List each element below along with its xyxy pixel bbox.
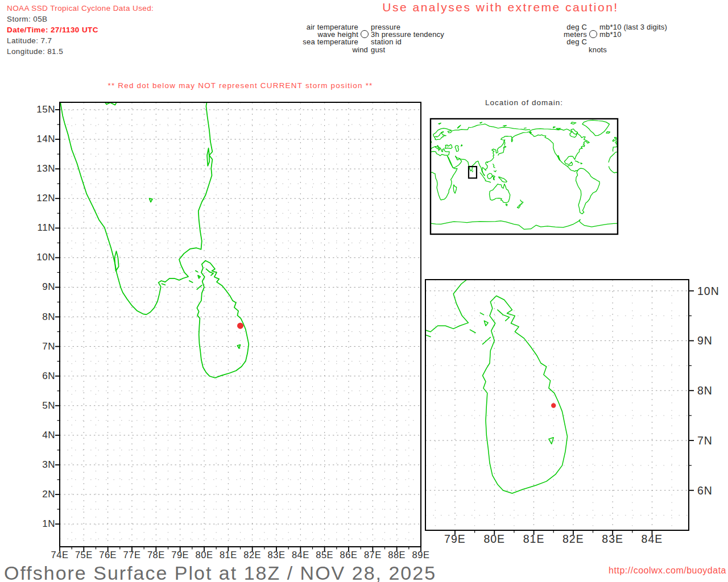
coastline bbox=[456, 131, 531, 175]
zoom-map-y-tick-label: 7N bbox=[697, 434, 713, 447]
domain-location-title: Location of domain: bbox=[431, 98, 618, 107]
storm-id-line: Storm: 05B bbox=[7, 14, 48, 24]
coastline bbox=[60, 100, 213, 314]
zoom-map-x-tick-label: 84E bbox=[636, 533, 668, 546]
coastline bbox=[150, 198, 153, 202]
legend-row: wave height3h pressure tendency bbox=[243, 30, 507, 38]
main-map-x-tick-label: 77E bbox=[118, 550, 146, 560]
coastline bbox=[517, 204, 520, 208]
zoom-map-y-tick-label: 9N bbox=[697, 334, 713, 347]
coastline bbox=[606, 132, 610, 134]
main-map-y-tick-label: 6N bbox=[29, 371, 55, 382]
main-map-x-tick-label: 84E bbox=[287, 550, 314, 560]
legend-row: air temperaturepressure bbox=[243, 23, 507, 30]
storm-position-dot bbox=[237, 323, 243, 329]
coastline bbox=[558, 156, 560, 161]
coastline bbox=[453, 185, 457, 193]
main-map-y-tick-label: 3N bbox=[29, 459, 55, 471]
legend-row: windgust bbox=[243, 45, 507, 53]
coastline bbox=[431, 151, 457, 200]
main-map-x-tick-label: 82E bbox=[239, 550, 266, 560]
units-legend: deg Cmb*10 (last 3 digits)metersmb*10deg… bbox=[499, 23, 728, 53]
coastline bbox=[609, 152, 617, 163]
main-map-y-tick-label: 12N bbox=[29, 193, 55, 204]
main-map-x-tick-label: 86E bbox=[335, 550, 362, 560]
coastline bbox=[613, 140, 615, 142]
main-map-x-tick-label: 89E bbox=[407, 550, 435, 560]
legend-right-label: gust bbox=[371, 45, 507, 54]
main-map-x-tick-label: 75E bbox=[70, 550, 97, 560]
legend-row: sea temperaturestation id bbox=[243, 38, 507, 45]
legend-row: deg Cmb*10 (last 3 digits) bbox=[499, 23, 728, 30]
main-map-x-tick-label: 79E bbox=[167, 550, 194, 560]
coastline bbox=[207, 148, 209, 166]
main-map-x-tick-label: 78E bbox=[142, 550, 169, 560]
legend-right-label: knots bbox=[589, 45, 607, 54]
coastline bbox=[493, 176, 495, 180]
legend-left-label: wind bbox=[243, 45, 358, 54]
main-map-y-tick-label: 10N bbox=[29, 252, 55, 263]
storm-datetime-line: Date/Time: 27/1130 UTC bbox=[7, 24, 98, 35]
caution-title: Use analyses with extreme caution! bbox=[350, 1, 651, 14]
coastline bbox=[504, 140, 505, 146]
main-map-y-tick-label: 15N bbox=[29, 104, 55, 115]
buoy-plot-page: NOAA SSD Tropical Cyclone Data Used: Sto… bbox=[0, 0, 728, 582]
coastline bbox=[197, 261, 249, 378]
main-surface-map bbox=[60, 102, 421, 547]
coastline bbox=[431, 219, 618, 229]
coastline bbox=[480, 313, 483, 315]
coastline bbox=[480, 173, 486, 181]
legend-left-label: wind bbox=[352, 45, 368, 54]
coastline bbox=[493, 164, 495, 168]
coastline bbox=[483, 296, 568, 494]
main-map-y-tick-label: 5N bbox=[29, 400, 55, 411]
main-map-y-tick-label: 13N bbox=[29, 163, 55, 174]
coastline bbox=[485, 181, 491, 182]
coastline bbox=[115, 251, 119, 271]
zoom-map-x-tick-label: 80E bbox=[478, 533, 510, 546]
coastline bbox=[613, 147, 617, 151]
coastline bbox=[445, 144, 452, 148]
legend-right-label: knots bbox=[599, 45, 728, 54]
main-map-y-tick-label: 4N bbox=[29, 430, 55, 441]
zoom-map-y-tick-label: 10N bbox=[697, 285, 719, 298]
main-map-y-tick-label: 11N bbox=[29, 222, 55, 234]
coastline bbox=[196, 271, 198, 272]
storm-longitude-line: Longitude: 81.5 bbox=[7, 46, 63, 57]
coastline bbox=[473, 171, 473, 172]
coastline bbox=[461, 145, 462, 147]
coastline bbox=[498, 310, 510, 321]
main-map-x-tick-label: 85E bbox=[311, 550, 338, 560]
coastline bbox=[483, 337, 491, 344]
coastline bbox=[609, 167, 618, 173]
main-map-x-tick-label: 74E bbox=[46, 550, 73, 560]
coastline bbox=[433, 124, 530, 140]
coastline bbox=[189, 281, 193, 282]
coastline bbox=[553, 127, 556, 128]
coastline bbox=[503, 146, 506, 148]
zoom-map-x-tick-label: 79E bbox=[439, 533, 471, 546]
source-url: http://coolwx.com/buoydata bbox=[609, 566, 726, 576]
coastline bbox=[549, 438, 553, 444]
coastline bbox=[470, 330, 475, 332]
coastline bbox=[614, 138, 617, 143]
station-circle-icon bbox=[361, 30, 369, 38]
station-circle-icon bbox=[589, 30, 597, 38]
main-map-x-tick-label: 87E bbox=[359, 550, 386, 560]
map-frame bbox=[425, 280, 689, 530]
coastline bbox=[506, 204, 507, 206]
coastline bbox=[576, 168, 600, 214]
storm-position-dot bbox=[551, 403, 556, 408]
coastline bbox=[503, 126, 507, 127]
zoom-map-y-tick-label: 8N bbox=[697, 384, 713, 397]
coastline bbox=[458, 125, 461, 128]
plot-title: Offshore Surface Plot at 18Z / NOV 28, 2… bbox=[4, 562, 436, 582]
coastline bbox=[439, 123, 441, 124]
coastline bbox=[431, 146, 440, 151]
main-map-y-tick-label: 8N bbox=[29, 311, 55, 323]
legend-left-label bbox=[499, 45, 587, 54]
noaa-data-title: NOAA SSD Tropical Cyclone Data Used: bbox=[7, 3, 154, 14]
main-map-x-tick-label: 88E bbox=[383, 550, 411, 560]
main-map-y-tick-label: 9N bbox=[29, 281, 55, 293]
coastline bbox=[198, 276, 200, 278]
